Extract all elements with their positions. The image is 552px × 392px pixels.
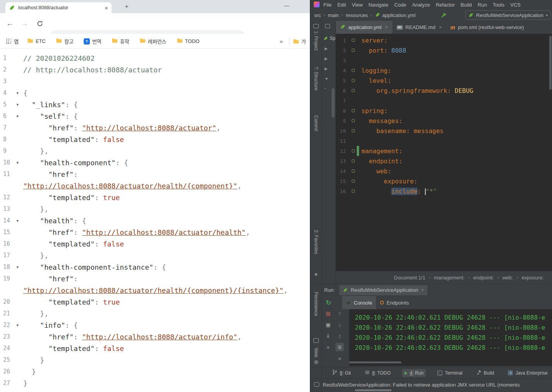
breadcrumb-item[interactable]: Document 1/1 <box>394 275 425 281</box>
bookmark-item[interactable]: 휴학 <box>112 38 129 45</box>
menu-item[interactable]: Run <box>478 2 487 8</box>
json-link[interactable]: "http://localhost:8088/actuator/health/{… <box>23 286 284 294</box>
spring-config-gutter-icon[interactable] <box>350 119 357 122</box>
fold-toggle-icon[interactable]: ▾ <box>10 218 23 223</box>
bookmark-item[interactable]: 가 <box>293 38 306 45</box>
bookmark-item[interactable]: TODO <box>177 38 199 45</box>
new-tab-button[interactable]: + <box>122 3 131 10</box>
console-output[interactable]: 2020-10-26 22:46:02.621 DEBUG 24628 --- … <box>349 309 552 366</box>
json-link[interactable]: "http://localhost:8088/actuator/health" <box>82 228 246 236</box>
run-configuration-select[interactable]: RestfulWebServiceApplication ▾ <box>465 10 551 20</box>
tool-window-button[interactable]: 1: Project <box>313 31 319 51</box>
editor-tab[interactable]: application.yml× <box>336 21 392 34</box>
fold-toggle-icon[interactable]: ▾ <box>10 102 23 107</box>
close-icon[interactable]: × <box>385 24 388 30</box>
expand-collapse-icon[interactable]: ↕ <box>335 332 344 340</box>
tool-window-button[interactable]: 9: Git <box>330 368 353 377</box>
editor[interactable]: 1server:2 port: 808834logging:5 level:6 … <box>336 34 552 271</box>
fold-toggle-icon[interactable]: ▾ <box>10 114 23 119</box>
json-link[interactable]: "http://localhost:8088/actuator/health/{… <box>23 182 237 190</box>
rerun-icon[interactable]: ↻ <box>326 299 331 307</box>
back-icon[interactable]: ← <box>6 19 14 28</box>
tree-collapse-icon[interactable]: ▼ <box>325 77 328 81</box>
spring-config-gutter-icon[interactable] <box>350 180 357 183</box>
tool-window-button[interactable]: JJava Enterprise <box>506 369 550 377</box>
tool-windows-icon[interactable] <box>314 382 319 387</box>
breadcrumb-item[interactable]: exposure: <box>521 275 543 281</box>
spring-config-gutter-icon[interactable] <box>350 39 357 42</box>
breadcrumb-item[interactable]: src <box>314 12 321 18</box>
tree-expand-icon[interactable]: ▶ <box>325 46 328 51</box>
spring-config-gutter-icon[interactable] <box>350 49 357 52</box>
editor-tab[interactable]: MDREADME.md× <box>392 21 446 34</box>
menu-item[interactable]: View <box>352 2 363 8</box>
breadcrumb-item[interactable]: management: <box>434 275 465 281</box>
more-icon[interactable]: » <box>324 343 332 351</box>
tree-expand-icon[interactable]: ▶ <box>325 67 328 71</box>
spring-config-gutter-icon[interactable] <box>350 109 357 112</box>
close-icon[interactable]: × <box>421 287 424 293</box>
status-scrollbar[interactable] <box>355 389 392 391</box>
tree-expand-icon[interactable]: ▶ <box>325 56 328 61</box>
spring-config-gutter-icon[interactable] <box>350 89 357 92</box>
project-panel[interactable]: Sp ▶ ▶ ▶ ▼ ▪ <box>322 21 336 284</box>
editor-tab[interactable]: mpom.xml (restful-web-service) <box>446 21 528 34</box>
editor-scrollbar[interactable] <box>549 36 552 90</box>
bookmark-item[interactable]: 레퍼런스 <box>139 38 167 45</box>
scroll-to-end-icon[interactable]: ≣ <box>335 343 344 351</box>
json-link[interactable]: "http://localhost:8088/actuator/info" <box>82 333 237 341</box>
menu-item[interactable]: Refactor <box>436 2 455 8</box>
spring-config-gutter-icon[interactable] <box>350 129 357 132</box>
json-link[interactable]: "http://localhost:8088/actuator" <box>82 124 217 132</box>
breadcrumb-item[interactable]: resources <box>346 12 368 18</box>
spring-config-gutter-icon[interactable] <box>350 149 357 152</box>
breadcrumb-item[interactable]: application.yml <box>375 12 416 19</box>
apps-grid-icon[interactable] <box>6 39 12 44</box>
bookmark-item[interactable]: ETC <box>27 38 46 45</box>
tool-window-button[interactable]: ▶4: Run <box>402 369 426 377</box>
tool-window-icon[interactable] <box>325 24 330 28</box>
run-view-tab[interactable]: Endpoints <box>376 296 413 309</box>
browser-tab[interactable]: localhost:8088/actuator × <box>5 2 112 13</box>
menu-item[interactable]: File <box>323 2 332 8</box>
more-icon[interactable]: » <box>335 354 344 363</box>
globe-icon[interactable]: ◍ <box>313 359 319 365</box>
tool-window-button[interactable]: 6: TODO <box>363 369 393 377</box>
breadcrumb-item[interactable]: main <box>328 12 339 18</box>
menu-item[interactable]: Code <box>394 2 406 8</box>
menu-item[interactable]: Build <box>461 2 472 8</box>
database-icon[interactable] <box>313 338 319 343</box>
spring-config-gutter-icon[interactable] <box>350 159 357 163</box>
project-root-item[interactable]: Sp <box>323 36 336 41</box>
tool-window-button[interactable]: 7: Structure <box>313 67 319 91</box>
star-icon[interactable]: ★ <box>313 272 319 277</box>
coverage-icon[interactable]: ▦ <box>324 309 332 318</box>
fold-toggle-icon[interactable]: ▾ <box>10 91 23 96</box>
run-view-tab[interactable]: ›Console <box>342 296 376 309</box>
breadcrumb-item[interactable]: endpoint: <box>473 275 494 281</box>
breadcrumb-item[interactable]: web: <box>502 275 513 281</box>
tool-window-button[interactable]: Commit <box>313 115 319 131</box>
spring-config-gutter-icon[interactable] <box>350 69 357 72</box>
spring-config-gutter-icon[interactable] <box>350 169 357 173</box>
menu-item[interactable]: Navigate <box>368 2 388 8</box>
fold-toggle-icon[interactable]: ▾ <box>10 265 23 270</box>
monitor-icon[interactable] <box>313 24 319 28</box>
bookmark-item[interactable]: T번역 <box>84 38 101 45</box>
menu-item[interactable]: Analyze <box>412 2 430 8</box>
menu-item[interactable]: Tools <box>493 2 504 8</box>
down-stack-icon[interactable]: ↓ <box>335 320 344 329</box>
window-minimize-button[interactable]: — <box>284 2 289 9</box>
project-scrollbar[interactable] <box>332 88 335 118</box>
apps-label[interactable]: 앱 <box>14 38 19 45</box>
tree-item-icon[interactable]: ▪ <box>325 87 326 90</box>
tool-window-button[interactable]: ›_Terminal <box>435 369 464 377</box>
fold-toggle-icon[interactable]: ▾ <box>10 323 23 328</box>
attach-icon[interactable]: ⇓ <box>324 332 332 340</box>
tool-window-button[interactable]: Build <box>474 369 497 377</box>
run-panel-tab[interactable]: RestfulWebServiceApplication × <box>339 285 427 295</box>
tool-window-button[interactable]: Web <box>313 348 319 357</box>
tab-close-icon[interactable]: × <box>105 5 108 11</box>
thread-dump-icon[interactable]: ▣ <box>324 320 332 329</box>
bookmarks-overflow-icon[interactable]: » <box>280 38 283 45</box>
